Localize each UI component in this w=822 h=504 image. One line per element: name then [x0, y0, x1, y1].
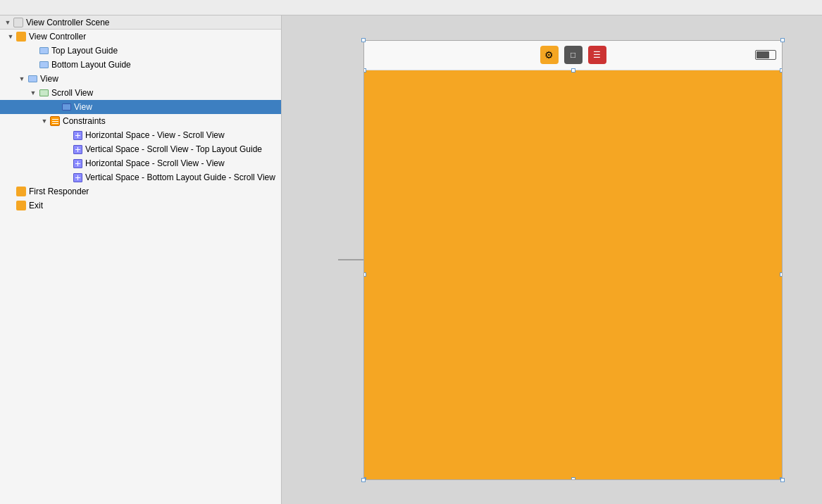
tree-item-view-controller[interactable]: ▼ View Controller [0, 30, 281, 44]
constraint-1-label: Horizontal Space - View - Scroll View [85, 130, 225, 140]
battery-fill [756, 51, 769, 58]
scene-header[interactable]: ▼ View Controller Scene [0, 15, 281, 30]
handle-top-left[interactable] [363, 68, 366, 73]
scroll-view-icon [38, 87, 49, 99]
tree-item-exit[interactable]: Exit [0, 199, 281, 213]
c3-spacer [62, 158, 72, 168]
tree-item-constraint-3[interactable]: Horizontal Space - Scroll View - View [0, 156, 281, 170]
frame-handle-tr[interactable] [780, 38, 785, 42]
constraint-1-icon [72, 130, 83, 141]
tree-item-constraint-4[interactable]: Vertical Space - Bottom Layout Guide - S… [0, 170, 281, 184]
status-icon-2: □ [564, 46, 583, 64]
tree-item-constraint-2[interactable]: Vertical Space - Scroll View - Top Layou… [0, 142, 281, 156]
top-layout-icon [38, 45, 49, 56]
exit-spacer [6, 201, 15, 210]
vc-toggle[interactable]: ▼ [6, 32, 15, 42]
constraints-label: Constraints [63, 116, 106, 126]
top-layout-spacer [28, 46, 38, 56]
status-bar: ⚙ □ ☰ [364, 41, 782, 70]
handle-bot-mid[interactable] [571, 477, 575, 480]
top-layout-label: Top Layout Guide [51, 46, 118, 56]
constraint-4-label: Vertical Space - Bottom Layout Guide - S… [85, 172, 275, 182]
vc-icon [15, 31, 27, 42]
constraint-3-icon [72, 158, 83, 169]
constraint-4-icon [72, 172, 83, 183]
frame-handle-br[interactable] [780, 478, 785, 482]
tree-item-constraints[interactable]: ▼ Constraints [0, 114, 281, 128]
constraint-3-label: Horizontal Space - Scroll View - View [85, 158, 225, 168]
first-responder-icon [15, 186, 27, 197]
view-icon [27, 73, 38, 84]
view-toggle[interactable]: ▼ [17, 74, 27, 84]
handle-mid-right[interactable] [780, 272, 783, 277]
fr-spacer [6, 187, 15, 196]
top-bar [0, 0, 822, 15]
handle-top-mid[interactable] [571, 68, 575, 73]
constraints-icon [49, 115, 61, 127]
scene-label: View Controller Scene [26, 18, 110, 27]
iphone-screen: ⚙ □ ☰ [363, 40, 783, 480]
battery-indicator [755, 50, 776, 60]
handle-top-right[interactable] [780, 68, 783, 73]
c4-spacer [62, 172, 72, 182]
scene-icon [13, 17, 24, 28]
inner-view-label: View [74, 102, 92, 112]
tree-item-view[interactable]: ▼ View [0, 72, 281, 86]
view-label: View [40, 74, 58, 84]
scroll-view-toggle[interactable]: ▼ [28, 88, 38, 98]
first-responder-label: First Responder [29, 187, 89, 196]
tree-item-top-layout[interactable]: Top Layout Guide [0, 44, 281, 58]
exit-icon [15, 200, 27, 211]
frame-handle-tl[interactable] [361, 38, 366, 42]
vc-label: View Controller [29, 32, 86, 42]
c2-spacer [62, 144, 72, 154]
handle-mid-left[interactable] [363, 272, 366, 277]
c1-spacer [62, 130, 72, 140]
iphone-content [364, 70, 782, 479]
bottom-layout-label: Bottom Layout Guide [51, 60, 131, 70]
tree-item-bottom-layout[interactable]: Bottom Layout Guide [0, 58, 281, 72]
canvas-panel: ⚙ □ ☰ [282, 15, 822, 504]
exit-label: Exit [29, 201, 43, 210]
inner-view-spacer [51, 102, 61, 112]
bottom-layout-spacer [28, 60, 38, 70]
tree-item-first-responder[interactable]: First Responder [0, 184, 281, 199]
constraint-2-icon [72, 144, 83, 155]
status-icon-1: ⚙ [540, 46, 559, 64]
main-area: ▼ View Controller Scene ▼ View Controlle… [0, 15, 822, 504]
scene-toggle[interactable]: ▼ [3, 18, 13, 27]
left-panel: ▼ View Controller Scene ▼ View Controlle… [0, 15, 282, 504]
scroll-view-label: Scroll View [51, 88, 93, 98]
inner-view-icon [61, 101, 72, 113]
status-icon-3: ☰ [588, 46, 606, 64]
constraint-2-label: Vertical Space - Scroll View - Top Layou… [85, 144, 262, 154]
frame-handle-bl[interactable] [361, 478, 366, 482]
tree-item-constraint-1[interactable]: Horizontal Space - View - Scroll View [0, 128, 281, 142]
bottom-layout-icon [38, 59, 49, 70]
iphone-frame: ⚙ □ ☰ [363, 40, 783, 480]
constraints-toggle[interactable]: ▼ [39, 116, 49, 126]
tree-item-inner-view[interactable]: View [0, 100, 281, 114]
tree-item-scroll-view[interactable]: ▼ Scroll View [0, 86, 281, 100]
